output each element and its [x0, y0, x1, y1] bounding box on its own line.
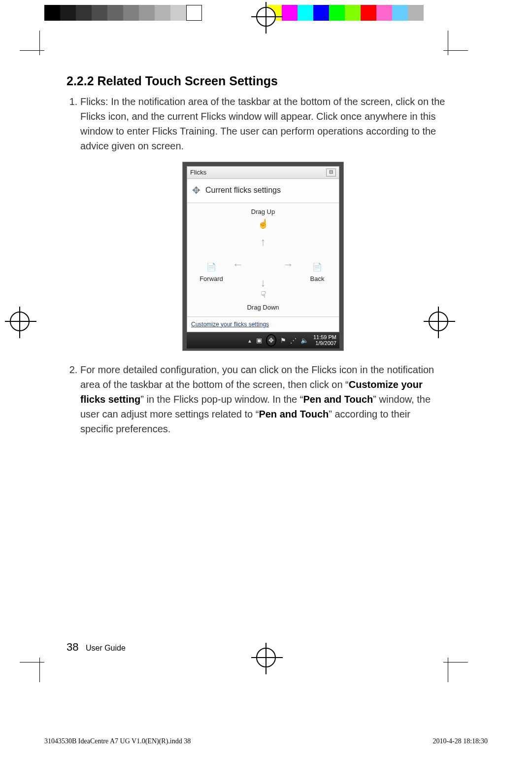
tray-date-text: 1/9/2007: [313, 340, 336, 346]
hand-up-icon: ☝: [187, 217, 339, 231]
tray-volume-icon[interactable]: 🔈: [300, 336, 308, 346]
forward-label: Forward: [200, 275, 223, 282]
item2-bold2: Pen and Touch: [303, 394, 373, 405]
tray-time-text: 11:59 PM: [313, 334, 336, 340]
window-header-text: Current flicks settings: [205, 184, 281, 196]
registration-mark-bottom: [256, 648, 276, 667]
registration-mark-top: [256, 7, 276, 27]
list-item: Flicks: In the notification area of the …: [80, 94, 446, 350]
grayscale-colorbar: [44, 5, 202, 21]
item2-bold3: Pen and Touch: [259, 409, 329, 419]
tray-icon[interactable]: ▣: [256, 336, 262, 346]
crop-mark: [20, 31, 49, 60]
section-heading: 2.2.2 Related Touch Screen Settings: [66, 74, 446, 88]
taskbar: ▣ ✥ ⚑ ⋰ 🔈 11:59 PM 1/9/2007: [187, 332, 339, 349]
back-label: Back: [310, 275, 325, 282]
tray-expand-icon[interactable]: [247, 336, 252, 346]
crop-mark: [438, 653, 468, 682]
tray-network-icon[interactable]: ⋰: [290, 336, 297, 346]
close-icon[interactable]: ⊟: [326, 169, 336, 176]
arrow-left-icon: ←: [233, 256, 243, 273]
section-number: 2.2.2: [66, 74, 94, 88]
tray-flag-icon[interactable]: ⚑: [280, 336, 286, 346]
page-number: 38: [66, 641, 78, 653]
flicks-icon: ✥: [192, 183, 200, 198]
flicks-diagram[interactable]: Drag Up ☝ 📄 Forward 📄 Back ☟: [187, 203, 339, 316]
crop-mark: [20, 653, 49, 682]
guide-label: User Guide: [86, 644, 126, 652]
window-title: Flicks: [190, 168, 206, 177]
section-title-text: Related Touch Screen Settings: [98, 74, 278, 88]
arrow-down-icon: ↓: [261, 275, 266, 291]
item2-part: ” in the Flicks pop-up window. In the “: [140, 394, 303, 405]
crop-mark: [438, 31, 468, 60]
prepress-slug: 31043530B IdeaCentre A7 UG V1.0(EN)(R).i…: [44, 737, 488, 745]
flicks-window-screenshot: Flicks ⊟ ✥ Current flicks settings Drag …: [183, 162, 343, 350]
customize-flicks-link[interactable]: Customize your flicks settings: [191, 321, 269, 328]
page-footer: 38 User Guide: [66, 641, 126, 654]
page-content: 2.2.2 Related Touch Screen Settings Flic…: [66, 74, 446, 443]
list-item: For more detailed configuration, you can…: [80, 362, 446, 436]
list-item-1-text: Flicks: In the notification area of the …: [80, 96, 445, 151]
arrow-up-icon: ↑: [261, 234, 266, 250]
process-colorbar: [266, 5, 424, 21]
drag-down-label: Drag Down: [247, 304, 279, 311]
slug-timestamp: 2010-4-28 18:18:30: [432, 737, 488, 745]
arrow-right-icon: →: [283, 256, 294, 273]
tray-clock[interactable]: 11:59 PM 1/9/2007: [313, 334, 336, 346]
system-tray: ▣ ✥ ⚑ ⋰ 🔈: [247, 334, 308, 347]
drag-up-label: Drag Up: [251, 208, 275, 215]
forward-icon: 📄: [194, 261, 229, 273]
back-icon: 📄: [302, 261, 332, 273]
flicks-tray-icon[interactable]: ✥: [266, 334, 276, 347]
slug-filename: 31043530B IdeaCentre A7 UG V1.0(EN)(R).i…: [44, 737, 191, 745]
registration-mark-left: [10, 312, 30, 331]
